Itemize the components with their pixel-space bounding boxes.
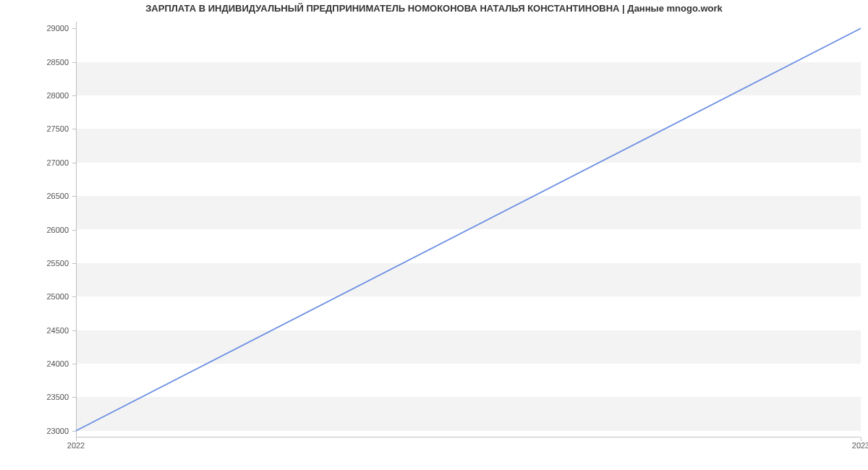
x-tick-mark: [861, 437, 861, 441]
y-tick-mark: [72, 95, 76, 96]
y-tick-label: 25000: [7, 292, 69, 301]
y-tick-label: 25500: [7, 259, 69, 268]
y-tick-mark: [72, 364, 76, 364]
y-tick-mark: [72, 397, 76, 398]
y-tick-label: 24500: [7, 326, 69, 335]
y-tick-label: 26500: [7, 192, 69, 200]
x-tick-label: 2022: [67, 441, 85, 450]
x-tick-label: 2023: [852, 441, 868, 450]
y-tick-label: 23500: [7, 393, 69, 401]
chart-title: ЗАРПЛАТА В ИНДИВИДУАЛЬНЫЙ ПРЕДПРИНИМАТЕЛ…: [0, 3, 868, 14]
line-layer: [76, 22, 861, 437]
series-line-salary: [76, 28, 861, 430]
y-tick-label: 27000: [7, 158, 69, 167]
y-tick-mark: [72, 163, 76, 163]
y-tick-mark: [72, 431, 76, 432]
plot-area: 2300023500240002450025000255002600026500…: [76, 22, 861, 437]
y-tick-mark: [72, 129, 76, 129]
y-tick-mark: [72, 296, 76, 297]
y-tick-label: 23000: [7, 427, 69, 435]
y-tick-mark: [72, 28, 76, 29]
y-tick-label: 29000: [7, 24, 69, 33]
y-tick-mark: [72, 330, 76, 331]
y-tick-mark: [72, 230, 76, 231]
y-tick-label: 28500: [7, 58, 69, 67]
y-tick-mark: [72, 62, 76, 63]
y-tick-label: 26000: [7, 226, 69, 234]
y-tick-mark: [72, 263, 76, 264]
chart-container: ЗАРПЛАТА В ИНДИВИДУАЛЬНЫЙ ПРЕДПРИНИМАТЕЛ…: [0, 0, 868, 470]
y-tick-mark: [72, 196, 76, 197]
x-tick-mark: [76, 437, 77, 441]
y-tick-label: 28000: [7, 91, 69, 100]
plot-inner: 2300023500240002450025000255002600026500…: [76, 22, 861, 437]
y-tick-label: 27500: [7, 124, 69, 133]
y-tick-label: 24000: [7, 359, 69, 368]
